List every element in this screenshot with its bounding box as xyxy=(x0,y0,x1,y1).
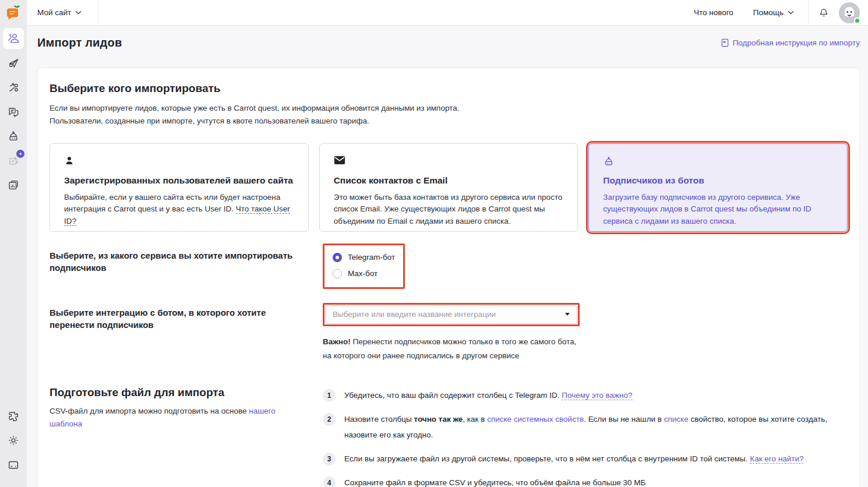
sidebar-item-chatbot[interactable] xyxy=(3,126,24,147)
step-3-number: 3 xyxy=(323,453,336,465)
leads-icon xyxy=(7,32,20,45)
whats-new-label: Что нового xyxy=(694,8,733,17)
card-bot-subscribers-text: Загрузите базу подписчиков из другого се… xyxy=(603,192,833,228)
topbar-divider xyxy=(808,0,809,26)
conversations-icon xyxy=(7,105,20,118)
help-label: Помощь xyxy=(753,8,784,17)
import-instruction-link[interactable]: Подробная инструкция по импорту xyxy=(721,38,860,47)
step-2-text: Назовите столбцы xyxy=(344,415,414,424)
card-bot-subscribers-title: Подписчиков из ботов xyxy=(603,175,833,186)
prepare-file-title: Подготовьте файл для импорта xyxy=(50,386,299,399)
whats-new-link[interactable]: Что нового xyxy=(694,8,733,17)
radio-max-bot-control[interactable] xyxy=(333,269,342,278)
chevron-down-icon xyxy=(75,10,82,15)
step-1-text: Убедитесь, что ваш файл содержит столбец… xyxy=(344,391,562,400)
integration-select-annotation: Выберите или введите название интеграции xyxy=(323,303,580,326)
radio-max-bot-label: Max-бот xyxy=(348,269,377,278)
integration-select-placeholder: Выберите или введите название интеграции xyxy=(333,310,496,319)
radio-telegram-bot-control[interactable] xyxy=(333,253,342,262)
card-email-contacts[interactable]: Список контактов с Email Это может быть … xyxy=(319,143,578,232)
sidebar-item-settings[interactable] xyxy=(3,430,24,451)
funnels-icon xyxy=(7,81,20,94)
prepare-file-subtitle: CSV-файл для импорта можно подготовить н… xyxy=(50,407,249,415)
help-menu[interactable]: Помощь xyxy=(753,8,794,17)
carrot-quest-logo-icon[interactable] xyxy=(5,5,22,22)
step-2-text: , как в xyxy=(463,415,487,424)
sidebar-item-ai-copilot[interactable]: ✦ xyxy=(3,150,24,171)
card-bot-subscribers[interactable]: Подписчиков из ботов Загрузите базу подп… xyxy=(588,143,848,232)
integration-select[interactable]: Выберите или введите название интеграции xyxy=(325,305,577,324)
step-2: 2 Назовите столбцы точно так же, как в с… xyxy=(323,411,848,443)
topbar: Мой сайт Что нового Помощь xyxy=(27,0,868,26)
step-4-number: 4 xyxy=(323,477,336,487)
card-email-contacts-title: Список контактов с Email xyxy=(334,175,564,186)
step-4-text: Сохраните файл в формате CSV и убедитесь… xyxy=(344,475,645,487)
card-site-users-title: Зарегистрированных пользователей вашего … xyxy=(64,175,294,186)
who-to-import-desc-1: Если вы импортируете лидов, которые уже … xyxy=(50,102,848,115)
list-link[interactable]: списке xyxy=(664,415,689,424)
send-icon xyxy=(7,57,20,69)
service-select-label: Выберите, из какого сервиса вы хотите им… xyxy=(50,249,323,289)
step-3: 3 Если вы загружаете файл из другой сист… xyxy=(323,451,848,467)
sidebar-item-integrations[interactable] xyxy=(3,405,24,426)
user-icon xyxy=(64,156,75,166)
sidebar: ✦ xyxy=(0,0,27,487)
sidebar-item-send[interactable] xyxy=(3,52,24,73)
caret-down-icon xyxy=(565,313,570,316)
integrations-icon xyxy=(7,410,20,422)
radio-telegram-bot-label: Telegram-бот xyxy=(348,253,395,262)
import-instruction-label: Подробная инструкция по импорту xyxy=(733,38,860,47)
radio-max-bot[interactable]: Max-бот xyxy=(333,266,395,282)
sidebar-item-billing[interactable] xyxy=(3,454,24,475)
integration-select-label: Выберите интеграцию с ботом, в которого … xyxy=(50,306,323,364)
import-type-cards: Зарегистрированных пользователей вашего … xyxy=(50,143,848,232)
new-feature-badge: ✦ xyxy=(16,150,24,158)
topbar-divider xyxy=(98,0,98,26)
notifications-bell-icon[interactable] xyxy=(818,7,830,19)
step-2-text: . Если вы не нашли в xyxy=(584,415,664,424)
system-properties-link[interactable]: списке системных свойств xyxy=(487,415,584,424)
chevron-down-icon xyxy=(788,10,794,15)
step-1-number: 1 xyxy=(323,389,336,402)
step-4: 4 Сохраните файл в формате CSV и убедите… xyxy=(323,475,848,487)
site-selector-label: Мой сайт xyxy=(37,8,71,17)
how-to-find-link[interactable]: Как его найти? xyxy=(750,454,803,464)
billing-icon xyxy=(7,458,20,471)
reports-icon xyxy=(7,179,20,192)
page-title: Импорт лидов xyxy=(37,36,122,50)
who-to-import-title: Выберите кого импортировать xyxy=(50,82,848,95)
user-avatar[interactable] xyxy=(839,2,860,23)
sidebar-item-conversations[interactable] xyxy=(3,101,24,122)
card-email-contacts-text: Это может быть база контактов из другого… xyxy=(334,192,564,228)
integration-note-bold: Важно! xyxy=(323,337,351,346)
prepare-steps: 1 Убедитесь, что ваш файл содержит столб… xyxy=(323,386,848,487)
step-2-bold: точно так же xyxy=(414,415,463,424)
step-3-text: Если вы загружаете файл из другой систем… xyxy=(344,454,750,463)
integration-note-text: Перенести подписчиков можно только в тог… xyxy=(323,337,576,360)
who-to-import-desc-2: Пользователи, созданные при импорте, учт… xyxy=(50,115,848,128)
chatbot-icon xyxy=(7,130,20,143)
online-status-dot xyxy=(854,17,860,24)
card-site-users[interactable]: Зарегистрированных пользователей вашего … xyxy=(50,143,309,232)
integration-note: Важно! Перенести подписчиков можно тольк… xyxy=(323,335,580,364)
radio-telegram-bot[interactable]: Telegram-бот xyxy=(333,249,395,266)
sidebar-item-reports[interactable] xyxy=(3,175,24,196)
step-1: 1 Убедитесь, что ваш файл содержит столб… xyxy=(323,387,848,404)
bot-icon xyxy=(603,156,615,167)
import-panel: Выберите кого импортировать Если вы импо… xyxy=(37,68,860,487)
service-radio-group: Telegram-бот Max-бот xyxy=(323,244,405,289)
settings-icon xyxy=(7,434,20,447)
step-2-number: 2 xyxy=(323,413,336,426)
email-icon xyxy=(334,156,345,165)
sidebar-item-leads[interactable] xyxy=(3,28,24,49)
site-selector[interactable]: Мой сайт xyxy=(37,8,82,17)
document-icon xyxy=(721,38,729,47)
sidebar-item-funnels[interactable] xyxy=(3,77,24,98)
why-important-link[interactable]: Почему это важно? xyxy=(562,391,632,400)
